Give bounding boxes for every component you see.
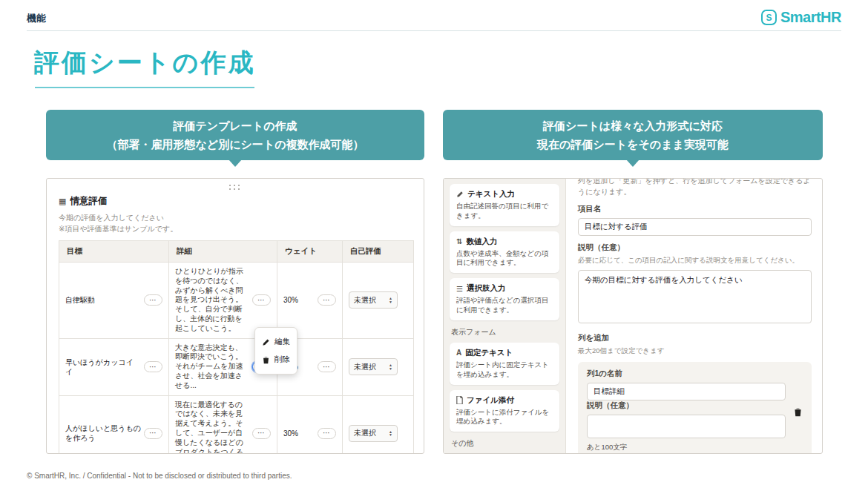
goal-text: 自律駆動 (65, 295, 95, 305)
callout-line: （部署・雇用形態など別にシートの複数作成可能） (106, 136, 364, 152)
palette-section-display-form: 表示フォーム (451, 327, 559, 337)
description-textarea[interactable]: 今期の目標に対する評価を入力してください (578, 270, 812, 323)
select-updown-icon: ▲▼ (389, 363, 392, 370)
select-value: 未選択 (354, 295, 376, 306)
table-row: 早いほうがカッコイイ⋯ 大きな意志決定も、即断即決でいこう。それがチームを加速さ… (59, 338, 414, 395)
pencil-icon (262, 338, 270, 346)
palette-card-desc: 評価シートに添付ファイルを埋め込みます。 (456, 408, 553, 427)
palette-card-label: 数値入力 (466, 237, 497, 247)
row-context-menu: 編集 削除 (254, 327, 297, 375)
trash-icon (262, 356, 270, 364)
col-header-weight: ウェイト (277, 241, 343, 263)
builder-form-area: 列を追加し「更新」を押すと、行を追加してフォームを設定できるようになります。 項… (566, 179, 822, 453)
goal-text: 人がほしいと思うものを作ろう (65, 423, 141, 443)
description-label: 説明（任意） (578, 243, 812, 253)
list-icon: ☰ (456, 285, 463, 293)
detail-text: 大きな意志決定も、即断即決でいこう。それがチームを加速させ、社会を加速させる..… (175, 343, 249, 391)
column-card-1: 列1の名前 説明（任意） あと100文字 (578, 362, 812, 453)
slide-eyebrow: 機能 (27, 12, 46, 25)
callout-input-formats: 評価シートは様々な入力形式に対応 現在の評価シートをそのまま実現可能 (443, 110, 823, 160)
numeric-input-icon: ⇅ (456, 237, 462, 245)
palette-card-text-input[interactable]: テキスト入力 自由記述回答の項目に利用できます。 (450, 184, 559, 226)
weight-text: 30% (283, 296, 298, 304)
menu-item-label: 削除 (274, 355, 290, 365)
palette-section-other: その他 (451, 438, 559, 449)
evaluation-sheet-panel: ▦ 情意評価 今期の評価を入力してください ※項目や評価基準はサンプルです。 目… (46, 178, 424, 454)
more-options-button[interactable]: ⋯ (144, 361, 162, 372)
palette-card-desc: 評語や評価点などの選択項目に利用できます。 (456, 296, 553, 315)
trash-icon (793, 407, 803, 417)
palette-card-fixed-text[interactable]: A固定テキスト 評価シート内に固定テキストを埋め込みます。 (450, 343, 559, 385)
column1-name-input[interactable] (587, 383, 786, 400)
builder-help-note: 列を追加し「更新」を押すと、行を追加してフォームを設定できるようになります。 (578, 179, 812, 197)
more-options-button[interactable]: ⋯ (318, 428, 336, 439)
sheet-title-text: 情意評価 (70, 195, 107, 208)
col-header-detail: 詳細 (169, 241, 277, 263)
sheet-subtitle-line2: ※項目や評価基準はサンプルです。 (59, 223, 412, 234)
self-rating-select[interactable]: 未選択▲▼ (349, 425, 398, 442)
menu-item-delete[interactable]: 削除 (262, 351, 290, 369)
callout-line: 現在の評価シートをそのまま実現可能 (537, 136, 729, 152)
item-name-input[interactable] (578, 218, 812, 236)
weight-text: 30% (283, 429, 298, 438)
self-rating-select[interactable]: 未選択▲▼ (349, 291, 398, 309)
select-updown-icon: ▲▼ (389, 430, 392, 437)
table-icon: ▦ (59, 197, 66, 206)
pencil-icon (456, 191, 464, 198)
more-options-button[interactable]: ⋯ (252, 428, 271, 439)
more-options-button[interactable]: ⋯ (318, 294, 336, 306)
confidential-footer: © SmartHR, Inc. / Confidential - Not to … (27, 472, 292, 480)
sheet-builder-panel: テキスト入力 自由記述回答の項目に利用できます。 ⇅数値入力 点数や達成率、金額… (443, 178, 823, 454)
more-options-button[interactable]: ⋯ (144, 428, 162, 439)
palette-card-choice-input[interactable]: ☰選択肢入力 評語や評価点などの選択項目に利用できます。 (450, 278, 559, 320)
sheet-section-title: ▦ 情意評価 (59, 195, 412, 208)
select-updown-icon: ▲▼ (389, 297, 392, 303)
callout-line: 評価シートは様々な入力形式に対応 (543, 118, 723, 133)
evaluation-table: 目標 詳細 ウェイト 自己評価 自律駆動⋯ ひとりひとりが指示を待つのではなく、… (59, 240, 414, 454)
select-value: 未選択 (354, 362, 376, 372)
smarthr-logo-text: SmartHR (780, 9, 841, 26)
page-title: 評価シートの作成 (34, 46, 255, 80)
menu-item-label: 編集 (274, 337, 290, 347)
more-options-button[interactable]: ⋯ (144, 294, 162, 306)
column1-name-label: 列1の名前 (587, 369, 803, 379)
col-header-goal: 目標 (59, 241, 169, 263)
palette-card-desc: 評価シート内に固定テキストを埋め込みます。 (456, 360, 553, 380)
goal-text: 早いほうがカッコイイ (65, 357, 141, 377)
sheet-subtitle: 今期の評価を入力してください ※項目や評価基準はサンプルです。 (59, 212, 412, 234)
column1-desc-label: 説明（任意） (587, 400, 803, 411)
select-value: 未選択 (354, 428, 376, 438)
column1-desc-textarea[interactable] (587, 415, 786, 438)
add-column-label: 列を追加 (578, 333, 812, 343)
palette-card-label: ファイル添付 (467, 395, 514, 406)
menu-item-edit[interactable]: 編集 (262, 333, 290, 351)
col-header-self: 自己評価 (343, 241, 414, 263)
fixed-text-icon: A (456, 349, 461, 357)
more-options-button[interactable]: ⋯ (318, 361, 336, 372)
palette-card-label: テキスト入力 (467, 189, 515, 200)
detail-text: 現在に最適化するのではなく、未来を見据えて考えよう。そして、ユーザーが自慢したく… (175, 400, 249, 454)
self-rating-select[interactable]: 未選択▲▼ (349, 358, 398, 375)
file-icon (456, 396, 463, 404)
palette-card-label: 選択肢入力 (467, 283, 506, 294)
callout-line: 評価テンプレートの作成 (173, 118, 297, 133)
palette-card-desc: 点数や達成率、金額などの項目に利用できます。 (456, 249, 553, 268)
sheet-subtitle-line1: 今期の評価を入力してください (59, 212, 412, 223)
delete-column-button[interactable] (793, 405, 803, 418)
callout-template-creation: 評価テンプレートの作成 （部署・雇用形態など別にシートの複数作成可能） (46, 110, 424, 160)
detail-text: ひとりひとりが指示を待つのではなく、みずから解くべき問題を見つけ出そう。そして、… (175, 267, 249, 334)
palette-card-numeric-input[interactable]: ⇅数値入力 点数や達成率、金額などの項目に利用できます。 (450, 231, 559, 274)
form-palette-sidebar: テキスト入力 自由記述回答の項目に利用できます。 ⇅数値入力 点数や達成率、金額… (444, 179, 566, 453)
drag-handle-icon[interactable] (229, 185, 241, 190)
table-row: 人がほしいと思うものを作ろう⋯ 現在に最適化するのではなく、未来を見据えて考えよ… (59, 395, 414, 454)
palette-card-desc: 自由記述回答の項目に利用できます。 (456, 202, 553, 221)
smarthr-logo: S SmartHR (761, 9, 841, 26)
palette-card-label: 固定テキスト (465, 348, 513, 358)
item-name-label: 項目名 (578, 204, 812, 214)
palette-card-file-attach[interactable]: ファイル添付 評価シートに添付ファイルを埋め込みます。 (450, 390, 559, 432)
more-options-button[interactable]: ⋯ (252, 294, 271, 306)
title-underline (35, 87, 254, 88)
add-column-help: 最大20個まで設定できます (578, 346, 812, 356)
smarthr-logo-icon: S (761, 10, 777, 25)
header-divider (27, 30, 841, 31)
